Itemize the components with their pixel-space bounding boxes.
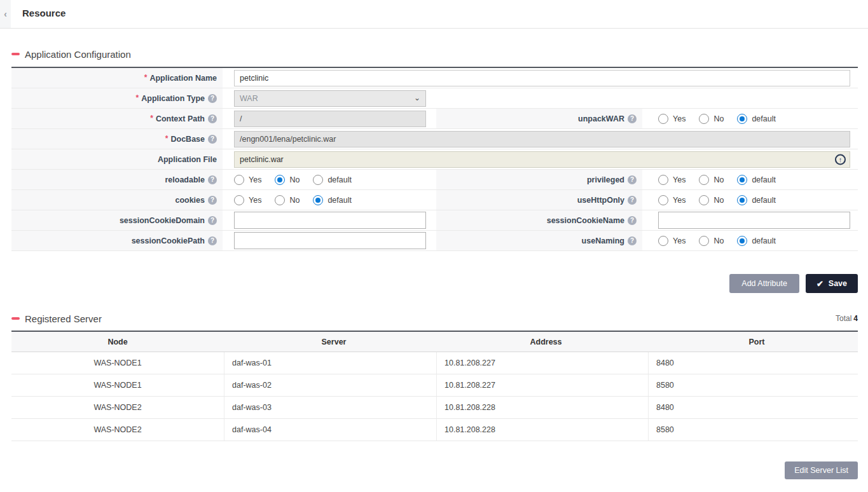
application-name-input[interactable]: [234, 70, 850, 86]
edit-server-list-button[interactable]: Edit Server List: [785, 461, 858, 479]
radio-icon: [737, 114, 747, 124]
application-file-input[interactable]: [234, 151, 850, 168]
help-icon[interactable]: ?: [628, 196, 637, 205]
privileged-radio-group: Yes No default: [658, 175, 789, 185]
registered-server-section-header: Registered Server Total4: [11, 311, 858, 325]
reloadable-radio-default[interactable]: default: [313, 175, 352, 185]
row-docbase: * DocBase ?: [11, 129, 858, 149]
radio-icon: [658, 175, 668, 185]
chevron-down-icon: ⌄: [414, 96, 420, 100]
sessioncookiename-input[interactable]: [658, 212, 850, 229]
chevron-left-icon: ‹: [4, 10, 7, 18]
radio-icon: [313, 175, 323, 185]
cell-node: WAS-NODE2: [11, 419, 224, 441]
radio-icon: [699, 114, 709, 124]
radio-icon: [699, 195, 709, 205]
usehttponly-radio-no[interactable]: No: [699, 195, 724, 205]
add-attribute-button[interactable]: Add Attribute: [729, 274, 799, 293]
unpackwar-radio-no[interactable]: No: [699, 114, 724, 124]
help-icon[interactable]: ?: [208, 94, 217, 103]
page-title: Resource: [22, 8, 65, 18]
privileged-label: privileged: [587, 175, 624, 184]
row-sessioncookiedomain-name: sessionCookieDomain ? sessionCookieName …: [11, 210, 858, 231]
radio-icon: [658, 114, 668, 124]
save-button[interactable]: ✔ Save: [806, 274, 858, 293]
app-config-form: * Application Name * Application Type ? …: [11, 67, 858, 251]
cookies-label: cookies: [175, 196, 205, 205]
usenaming-radio-no[interactable]: No: [699, 236, 724, 246]
radio-icon: [737, 195, 747, 205]
cell-server: daf-was-02: [224, 374, 436, 396]
cell-port: 8580: [648, 419, 858, 441]
cell-address: 10.81.208.228: [436, 419, 648, 441]
sessioncookiedomain-input[interactable]: [234, 212, 426, 229]
page-header: ‹ Resource: [0, 0, 868, 29]
row-application-file: Application File ↑: [11, 149, 858, 170]
help-icon[interactable]: ?: [208, 175, 217, 184]
privileged-radio-default[interactable]: default: [737, 175, 776, 185]
context-path-input[interactable]: [234, 111, 426, 127]
reloadable-radio-no[interactable]: No: [275, 175, 300, 185]
application-type-label: Application Type: [141, 94, 205, 103]
help-icon[interactable]: ?: [628, 114, 637, 123]
table-header-row: Node Server Address Port: [11, 332, 858, 352]
column-header-port: Port: [648, 332, 858, 352]
unpackwar-radio-default[interactable]: default: [737, 114, 776, 124]
usehttponly-label: useHttpOnly: [577, 196, 624, 205]
help-icon[interactable]: ?: [628, 216, 637, 225]
unpackwar-radio-yes[interactable]: Yes: [658, 114, 685, 124]
usenaming-radio-yes[interactable]: Yes: [658, 236, 685, 246]
reloadable-label: reloadable: [165, 175, 205, 184]
row-reloadable-privileged: reloadable ? Yes No default: [11, 170, 858, 190]
help-icon[interactable]: ?: [208, 236, 217, 245]
app-config-section-header: Application Configuration: [11, 47, 858, 61]
radio-icon: [275, 195, 285, 205]
radio-icon: [658, 195, 668, 205]
help-icon[interactable]: ?: [628, 236, 637, 245]
radio-icon: [699, 236, 709, 246]
app-config-section-title: Application Configuration: [25, 49, 131, 60]
radio-icon: [275, 175, 285, 185]
radio-icon: [313, 195, 323, 205]
reloadable-radio-group: Yes No default: [234, 175, 365, 185]
upload-icon[interactable]: ↑: [835, 154, 846, 165]
cell-address: 10.81.208.227: [436, 374, 648, 396]
cookies-radio-default[interactable]: default: [313, 195, 352, 205]
sessioncookiedomain-label: sessionCookieDomain: [120, 216, 205, 225]
back-button[interactable]: ‹: [0, 0, 11, 28]
privileged-radio-no[interactable]: No: [699, 175, 724, 185]
help-icon[interactable]: ?: [208, 196, 217, 205]
row-application-type: * Application Type ? WAR ⌄: [11, 88, 858, 109]
application-type-select[interactable]: WAR ⌄: [234, 90, 426, 107]
sessioncookiepath-input[interactable]: [234, 232, 426, 249]
cookies-radio-no[interactable]: No: [275, 195, 300, 205]
docbase-input[interactable]: [234, 131, 850, 147]
section-dash-icon: [11, 317, 20, 320]
registered-server-section-title: Registered Server: [25, 313, 102, 324]
cell-address: 10.81.208.228: [436, 397, 648, 418]
unpackwar-label: unpackWAR: [578, 114, 624, 123]
cookies-radio-yes[interactable]: Yes: [234, 195, 261, 205]
usenaming-label: useNaming: [582, 236, 624, 245]
usehttponly-radio-yes[interactable]: Yes: [658, 195, 685, 205]
cell-port: 8580: [648, 374, 858, 396]
privileged-radio-yes[interactable]: Yes: [658, 175, 685, 185]
radio-icon: [737, 175, 747, 185]
total-count: Total4: [836, 314, 858, 323]
unpackwar-radio-group: Yes No default: [658, 114, 789, 124]
help-icon[interactable]: ?: [628, 175, 637, 184]
row-application-name: * Application Name: [11, 68, 858, 88]
help-icon[interactable]: ?: [208, 216, 217, 225]
docbase-label: DocBase: [171, 135, 205, 144]
cell-port: 8480: [648, 352, 858, 374]
reloadable-radio-yes[interactable]: Yes: [234, 175, 261, 185]
help-icon[interactable]: ?: [208, 114, 217, 123]
usenaming-radio-default[interactable]: default: [737, 236, 776, 246]
usehttponly-radio-default[interactable]: default: [737, 195, 776, 205]
cell-server: daf-was-01: [224, 352, 436, 374]
table-row: WAS-NODE2 daf-was-03 10.81.208.228 8480: [11, 397, 858, 419]
column-header-node: Node: [11, 332, 224, 352]
column-header-address: Address: [436, 332, 648, 352]
cookies-radio-group: Yes No default: [234, 195, 365, 205]
help-icon[interactable]: ?: [208, 135, 217, 144]
